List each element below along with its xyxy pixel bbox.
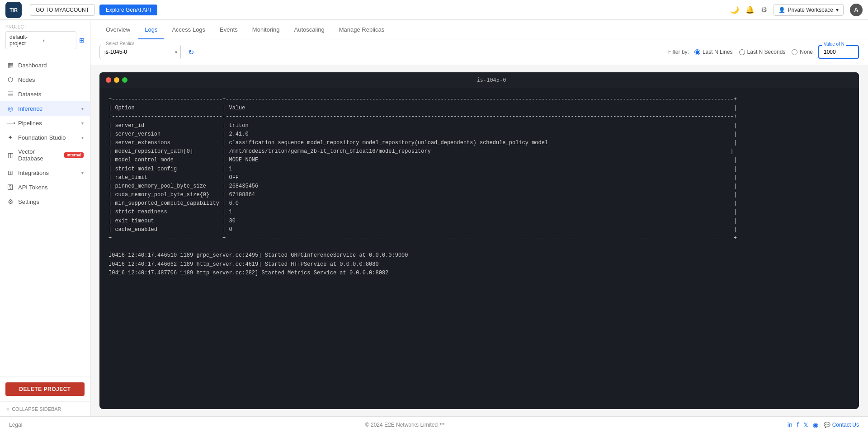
collapse-label: COLLAPSE SIDEBAR	[12, 406, 61, 412]
filter-last-n-seconds[interactable]: Last N Seconds	[739, 49, 786, 55]
filter-last-n-lines[interactable]: Last N Lines	[694, 49, 733, 55]
workspace-chevron-icon: ▾	[836, 7, 839, 13]
rss-icon[interactable]: ◉	[813, 421, 818, 428]
terminal-dot-green	[122, 77, 127, 83]
settings-nav-icon: ⚙	[6, 198, 14, 205]
tab-overview[interactable]: Overview	[99, 20, 137, 39]
footer-right: in f 𝕏 ◉ 💬 Contact Us	[788, 421, 859, 428]
integrations-icon: ⊞	[6, 169, 14, 176]
sidebar-item-label: Pipelines	[18, 120, 78, 127]
content-area: Overview Logs Access Logs Events Monitor…	[90, 20, 868, 416]
social-links: in f 𝕏 ◉	[788, 421, 818, 428]
sidebar-nav: ▦ Dashboard ⬡ Nodes ☰ Datasets ◎ Inferen…	[0, 54, 90, 377]
terminal: is-1045-0 +-----------------------------…	[99, 72, 859, 409]
internal-badge: Internal	[64, 152, 84, 158]
terminal-dot-red	[106, 77, 111, 83]
sidebar-item-label: Nodes	[18, 76, 84, 83]
dashboard-icon: ▦	[6, 61, 14, 69]
avatar[interactable]: A	[850, 4, 863, 16]
go-to-myaccount-button[interactable]: GO TO MYACCOUNT	[30, 4, 95, 16]
collapse-sidebar[interactable]: « COLLAPSE SIDEBAR	[0, 401, 90, 416]
filter-section: Filter by: Last N Lines Last N Seconds N…	[668, 45, 859, 59]
dark-mode-icon[interactable]: 🌙	[730, 5, 739, 14]
sidebar-item-label: Vector Database	[18, 148, 59, 162]
workspace-label: Private Workspace	[788, 7, 833, 13]
nodes-icon: ⬡	[6, 76, 14, 83]
workspace-button[interactable]: 👤 Private Workspace ▾	[774, 4, 844, 16]
api-tokens-icon: ⚿	[6, 184, 14, 191]
sidebar-item-label: Dashboard	[18, 62, 84, 69]
tab-access-logs[interactable]: Access Logs	[165, 20, 212, 39]
foundation-studio-chevron-icon: ▾	[81, 135, 84, 140]
delete-project-button[interactable]: DELETE PROJECT	[5, 382, 85, 396]
footer-copyright: © 2024 E2E Networks Limited ™	[22, 422, 787, 428]
sidebar-item-datasets[interactable]: ☰ Datasets	[0, 87, 90, 101]
footer-legal[interactable]: Legal	[9, 422, 22, 428]
terminal-body[interactable]: +----------------------------------+----…	[99, 88, 859, 409]
sidebar-item-dashboard[interactable]: ▦ Dashboard	[0, 58, 90, 72]
explore-genai-button[interactable]: Explore GenAI API	[99, 5, 157, 15]
project-selector[interactable]: default-project ▾	[5, 31, 76, 49]
contact-label: Contact Us	[832, 422, 859, 428]
pipelines-icon: ⟶	[6, 119, 14, 127]
sidebar-item-settings[interactable]: ⚙ Settings	[0, 194, 90, 209]
project-name: default-project	[9, 34, 40, 47]
logs-controls: Select Replica is-1045-0 ▾ ↻ Filter by: …	[90, 39, 868, 65]
topnav: TIR GO TO MYACCOUNT Explore GenAI API 🌙 …	[0, 0, 868, 20]
terminal-titlebar: is-1045-0	[99, 72, 859, 88]
settings-icon[interactable]: ⚙	[761, 5, 767, 14]
logo-icon: TIR	[5, 2, 22, 18]
main-layout: Project default-project ▾ ⊞ ▦ Dashboard …	[0, 20, 868, 416]
facebook-icon[interactable]: f	[797, 421, 799, 428]
replica-select-label: Select Replica	[104, 41, 137, 46]
footer: Legal © 2024 E2E Networks Limited ™ in f…	[0, 416, 868, 433]
n-value-wrap: Value of N	[818, 45, 859, 59]
terminal-dot-yellow	[114, 77, 119, 83]
tab-events[interactable]: Events	[213, 20, 244, 39]
sidebar-item-nodes[interactable]: ⬡ Nodes	[0, 72, 90, 87]
project-label: Project	[5, 24, 85, 29]
sidebar-project: Project default-project ▾ ⊞	[0, 20, 90, 54]
tab-logs[interactable]: Logs	[138, 20, 164, 39]
foundation-studio-icon: ✦	[6, 134, 14, 141]
sidebar-item-label: Integrations	[18, 169, 78, 176]
sidebar-item-label: Settings	[18, 198, 84, 205]
linkedin-icon[interactable]: in	[788, 421, 793, 428]
filter-none[interactable]: None	[792, 49, 813, 55]
filter-label: Filter by:	[668, 49, 689, 55]
sidebar-item-api-tokens[interactable]: ⚿ API Tokens	[0, 180, 90, 194]
sidebar-item-label: Datasets	[18, 91, 84, 98]
tabs-bar: Overview Logs Access Logs Events Monitor…	[90, 20, 868, 39]
pipelines-chevron-icon: ▾	[81, 121, 84, 126]
notifications-icon[interactable]: 🔔	[745, 5, 755, 14]
sidebar-item-label: Foundation Studio	[18, 134, 78, 141]
terminal-title: is-1045-0	[130, 77, 853, 83]
twitter-icon[interactable]: 𝕏	[803, 421, 808, 428]
logo: TIR	[5, 2, 22, 18]
tab-manage-replicas[interactable]: Manage Replicas	[333, 20, 391, 39]
sidebar-item-foundation-studio[interactable]: ✦ Foundation Studio ▾	[0, 130, 90, 145]
n-value-input[interactable]	[818, 45, 859, 59]
refresh-button[interactable]: ↻	[188, 48, 194, 56]
project-chevron-icon: ▾	[42, 38, 73, 43]
replica-select[interactable]: is-1045-0	[99, 45, 181, 59]
topnav-right: 🌙 🔔 ⚙ 👤 Private Workspace ▾ A	[730, 4, 863, 16]
sidebar-bottom: DELETE PROJECT	[0, 377, 90, 401]
sidebar-item-vector-database[interactable]: ◫ Vector Database Internal	[0, 145, 90, 165]
terminal-wrap: is-1045-0 +-----------------------------…	[90, 65, 868, 416]
collapse-icon: «	[6, 406, 9, 412]
sidebar-item-inference[interactable]: ◎ Inference ▾	[0, 101, 90, 116]
inference-icon: ◎	[6, 105, 14, 112]
tab-monitoring[interactable]: Monitoring	[246, 20, 286, 39]
n-value-label: Value of N	[822, 42, 846, 47]
contact-us-link[interactable]: 💬 Contact Us	[824, 422, 859, 428]
sidebar-item-pipelines[interactable]: ⟶ Pipelines ▾	[0, 116, 90, 130]
workspace-icon: 👤	[778, 7, 785, 13]
sidebar-item-integrations[interactable]: ⊞ Integrations ▾	[0, 165, 90, 180]
logo-tir: TIR	[9, 7, 18, 13]
sidebar: Project default-project ▾ ⊞ ▦ Dashboard …	[0, 20, 90, 416]
project-folder-icon[interactable]: ⊞	[79, 37, 85, 44]
sidebar-item-label: API Tokens	[18, 184, 84, 191]
sidebar-item-label: Inference	[18, 105, 78, 112]
tab-autoscaling[interactable]: Autoscaling	[288, 20, 331, 39]
